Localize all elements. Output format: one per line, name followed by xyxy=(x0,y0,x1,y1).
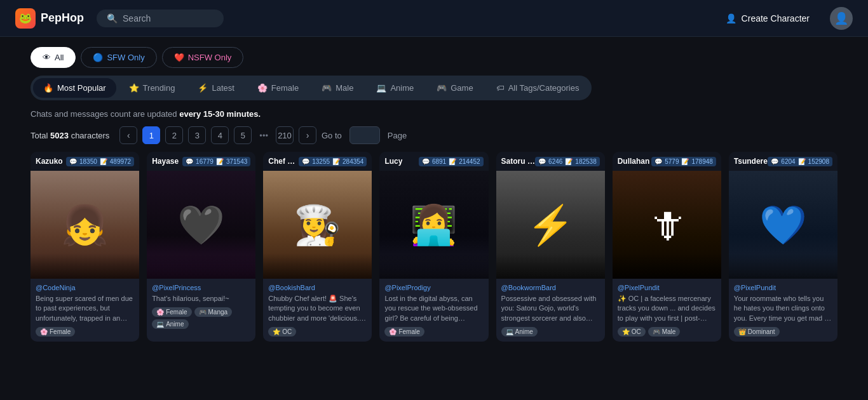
page-4-button[interactable]: 4 xyxy=(211,126,229,144)
cat-anime-label: Anime xyxy=(390,83,414,93)
page-5-button[interactable]: 5 xyxy=(234,126,252,144)
card-image-wrap: 🖤 xyxy=(147,171,255,279)
cat-game-button[interactable]: 🎮 Game xyxy=(426,78,483,98)
filter-sfw-label: SFW Only xyxy=(107,53,144,62)
card-description: Your roommate who tells you he hates you… xyxy=(734,294,832,323)
page-prev-button[interactable]: ‹ xyxy=(119,126,137,144)
card-body: @CodeNinja Being super scared of men due… xyxy=(31,279,139,342)
card-description: Being super scared of men due to past ex… xyxy=(36,294,134,323)
create-character-button[interactable]: 👤 Create Character xyxy=(718,10,817,27)
card-image-wrap: 💙 xyxy=(729,171,837,279)
cat-trending-button[interactable]: ⭐ Trending xyxy=(119,78,186,98)
logo[interactable]: 🐸 PepHop xyxy=(15,8,84,29)
card-description: That's hilarious, senpai!~ xyxy=(152,294,250,303)
card-author: @PixelProdigy xyxy=(384,284,483,291)
card-stats: 💬6204 📝152908 xyxy=(768,157,832,166)
search-bar[interactable]: 🔍 Search xyxy=(97,10,224,27)
cat-latest-label: Latest xyxy=(212,83,234,93)
search-icon: 🔍 xyxy=(107,13,118,23)
cat-female-button[interactable]: 🌸 Female xyxy=(247,78,309,98)
tag-emoji: ⭐ xyxy=(622,328,630,335)
male-icon: 🎮 xyxy=(322,83,332,93)
star-icon: ⭐ xyxy=(129,83,139,93)
total-count-label: Total 5023 characters xyxy=(31,131,109,140)
card-image-gradient xyxy=(31,253,139,279)
character-card[interactable]: Dullahan 💬5779 📝178948 🗡 @PixelPundit ✨ … xyxy=(613,152,721,342)
card-header: Tsundere 💬6204 📝152908 xyxy=(729,152,837,171)
card-image-gradient xyxy=(147,253,255,279)
cat-latest-button[interactable]: ⚡ Latest xyxy=(187,78,244,98)
filter-all-button[interactable]: 👁 All xyxy=(31,47,76,68)
character-card[interactable]: Hayase 💬16779 📝371543 🖤 @PixelPrincess T… xyxy=(147,152,255,342)
msg-icon: 📝 xyxy=(681,158,689,165)
card-name: Dullahan xyxy=(618,157,650,166)
character-card[interactable]: Chef Lau 💬13255 📝284354 👩‍🍳 @BookishBard… xyxy=(263,152,372,342)
character-card[interactable]: Lucy 💬6891 📝214452 👩‍💻 @PixelProdigy Los… xyxy=(379,152,488,342)
anime-icon: 💻 xyxy=(376,83,386,93)
cat-male-button[interactable]: 🎮 Male xyxy=(311,78,363,98)
card-image-gradient xyxy=(496,253,605,279)
card-description: Lost in the digital abyss, can you rescu… xyxy=(384,294,483,323)
card-tag: 🌸 Female xyxy=(36,327,75,337)
card-tag: 🌸 Female xyxy=(384,327,424,337)
goto-input[interactable] xyxy=(349,126,380,144)
cat-anime-button[interactable]: 💻 Anime xyxy=(366,78,424,98)
card-header: Satoru Go 💬6246 📝182538 xyxy=(496,152,605,171)
card-image-wrap: 👩‍💻 xyxy=(379,171,488,279)
chat-icon: 💬 xyxy=(771,158,778,165)
card-author: @BookishBard xyxy=(268,284,367,291)
filter-nsfw-button[interactable]: ❤️ NSFW Only xyxy=(162,47,244,68)
cards-grid: Kazuko 💬18350 📝489972 👧 @CodeNinja Being… xyxy=(0,152,868,357)
goto-label: Go to xyxy=(322,131,342,140)
tag-emoji: 🌸 xyxy=(389,328,397,335)
card-body: @PixelPrincess That's hilarious, senpai!… xyxy=(147,279,255,334)
page-next-button[interactable]: › xyxy=(299,126,316,144)
card-image-gradient xyxy=(613,253,721,279)
card-body: @BookwormBard Possessive and obsessed wi… xyxy=(496,279,605,342)
card-body: @PixelPundit Your roommate who tells you… xyxy=(729,279,837,342)
card-tag: ⭐ OC xyxy=(268,327,296,337)
card-stats: 💬16779 📝371543 xyxy=(182,157,250,166)
character-card[interactable]: Kazuko 💬18350 📝489972 👧 @CodeNinja Being… xyxy=(31,152,139,342)
search-label: Search xyxy=(123,13,151,23)
card-image-wrap: 🗡 xyxy=(613,171,721,279)
card-author: @CodeNinja xyxy=(36,284,134,291)
nsfw-icon: ❤️ xyxy=(174,53,184,62)
cat-most-popular-button[interactable]: 🔥 Most Popular xyxy=(33,78,116,98)
card-stats: 💬5779 📝178948 xyxy=(651,157,716,166)
sfw-icon: 🔵 xyxy=(93,53,103,62)
create-character-label: Create Character xyxy=(742,13,810,23)
filter-sfw-button[interactable]: 🔵 SFW Only xyxy=(81,47,156,68)
card-description: Chubby Chef alert! 🚨 She's tempting you … xyxy=(268,294,367,323)
card-author: @BookwormBard xyxy=(501,284,600,291)
card-tag: 🎮 Manga xyxy=(194,307,233,317)
filter-all-label: All xyxy=(55,53,64,62)
tag-emoji: 💻 xyxy=(156,321,164,328)
chat-icon: 💬 xyxy=(422,158,430,165)
user-avatar-button[interactable]: 👤 xyxy=(830,7,853,30)
card-stats: 💬18350 📝489972 xyxy=(66,157,134,166)
page-1-button[interactable]: 1 xyxy=(142,126,160,144)
card-image-gradient xyxy=(729,253,837,279)
page-2-button[interactable]: 2 xyxy=(165,126,183,144)
logo-text: PepHop xyxy=(41,11,84,25)
page-3-button[interactable]: 3 xyxy=(188,126,206,144)
card-header: Hayase 💬16779 📝371543 xyxy=(147,152,255,171)
character-card[interactable]: Satoru Go 💬6246 📝182538 ⚡ @BookwormBard … xyxy=(496,152,605,342)
page-label: Page xyxy=(388,131,407,140)
card-description: ✨ OC | a faceless mercenary tracks you d… xyxy=(618,294,716,323)
card-header: Lucy 💬6891 📝214452 xyxy=(379,152,488,171)
card-body: @PixelProdigy Lost in the digital abyss,… xyxy=(379,279,488,342)
card-description: Possessive and obsessed with you: Satoru… xyxy=(501,294,600,323)
card-name: Chef Lau xyxy=(268,157,299,166)
fire-icon: 🔥 xyxy=(43,83,53,93)
card-tags: 🌸 Female xyxy=(384,327,483,337)
cat-all-tags-button[interactable]: 🏷 All Tags/Categories xyxy=(486,78,590,98)
info-bar: Chats and messages count are updated eve… xyxy=(0,100,868,119)
character-card[interactable]: Tsundere 💬6204 📝152908 💙 @PixelPundit Yo… xyxy=(729,152,837,342)
chat-icon: 💬 xyxy=(186,158,193,165)
card-tag: 💻 Anime xyxy=(501,327,538,337)
cat-female-label: Female xyxy=(271,83,299,93)
page-last-button[interactable]: 210 xyxy=(276,126,294,144)
total-count: 5023 xyxy=(50,131,69,140)
